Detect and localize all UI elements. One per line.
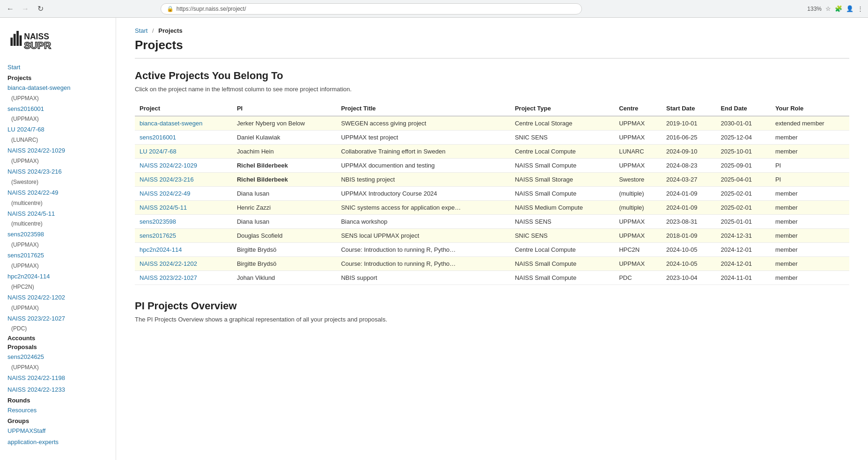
project-link[interactable]: bianca-dataset-swegen xyxy=(140,120,202,127)
sidebar-link-sens2023598[interactable]: sens2023598 xyxy=(4,229,112,241)
cell-project-title: Bianca workshop xyxy=(336,215,510,229)
cell-start-date: 2023-10-04 xyxy=(662,271,716,285)
cell-your-role: extended member xyxy=(771,116,849,131)
cell-project-title: UPPMAX documention and testing xyxy=(336,159,510,173)
cell-pi: Richel Bilderbeek xyxy=(232,173,336,187)
sidebar-link-naiss2024-1029[interactable]: NAISS 2024/22-1029 xyxy=(4,145,112,157)
svg-rect-3 xyxy=(20,36,22,46)
cell-project-type: SNIC SENS xyxy=(510,131,614,145)
sidebar-link-naiss2024-216[interactable]: NAISS 2024/23-216 xyxy=(4,166,112,178)
cell-your-role: member xyxy=(771,243,849,257)
sidebar-item-naiss2023-1027[interactable]: NAISS 2023/22-1027 (PDC) xyxy=(4,313,112,333)
sidebar-item-bianca-dataset[interactable]: bianca-dataset-swegen (UPPMAX) xyxy=(4,82,112,102)
bookmark-icon[interactable]: ☆ xyxy=(825,5,831,12)
svg-rect-0 xyxy=(10,37,13,46)
sidebar-link-naiss2024-1202[interactable]: NAISS 2024/22-1202 xyxy=(4,292,112,304)
cell-centre: UPPMAX xyxy=(614,116,662,131)
cell-project-type: SNIC SENS xyxy=(510,229,614,243)
cell-your-role: member xyxy=(771,201,849,215)
sidebar-link-sens2017625[interactable]: sens2017625 xyxy=(4,250,112,262)
cell-start-date: 2024-10-05 xyxy=(662,243,716,257)
project-link[interactable]: sens2023598 xyxy=(140,218,176,225)
sidebar-item-hpc2n2024[interactable]: hpc2n2024-114 (HPC2N) xyxy=(4,271,112,291)
cell-pi: Diana Iusan xyxy=(232,187,336,201)
cell-end-date: 2025-04-01 xyxy=(716,173,770,187)
menu-icon[interactable]: ⋮ xyxy=(857,5,863,12)
project-link[interactable]: sens2016001 xyxy=(140,134,176,141)
breadcrumb-current: Projects xyxy=(158,27,182,34)
sidebar-sub-naiss2023-1027: (PDC) xyxy=(4,324,112,333)
sidebar-item-start[interactable]: Start xyxy=(4,62,112,73)
sidebar-item-naiss2024-1202[interactable]: NAISS 2024/22-1202 (UPPMAX) xyxy=(4,292,112,312)
address-bar[interactable]: 🔒 https://supr.naiss.se/project/ xyxy=(161,3,582,15)
sidebar-link-lu2024[interactable]: LU 2024/7-68 xyxy=(4,124,112,136)
project-link[interactable]: NAISS 2024/22-1029 xyxy=(140,162,197,169)
table-row: sens2023598Diana IusanBianca workshopNAI… xyxy=(135,215,849,229)
sidebar-item-uppmaxstaff[interactable]: UPPMAXStaff xyxy=(4,425,112,437)
active-projects-title: Active Projects You Belong To xyxy=(135,70,849,82)
cell-pi: Henric Zazzi xyxy=(232,201,336,215)
sidebar-item-naiss2024-1233[interactable]: NAISS 2024/22-1233 xyxy=(4,384,112,396)
project-link[interactable]: NAISS 2024/22-1202 xyxy=(140,260,197,267)
sidebar-section-groups: Groups xyxy=(4,416,112,425)
cell-pi: Birgitte Brydsö xyxy=(232,257,336,271)
cell-project-type: NAISS SENS xyxy=(510,215,614,229)
sidebar-item-sens2023598[interactable]: sens2023598 (UPPMAX) xyxy=(4,229,112,249)
project-link[interactable]: sens2017625 xyxy=(140,232,176,239)
cell-start-date: 2016-06-25 xyxy=(662,131,716,145)
sidebar-link-naiss2024-5-11[interactable]: NAISS 2024/5-11 xyxy=(4,208,112,220)
extensions-icon[interactable]: 🧩 xyxy=(835,5,842,12)
project-link[interactable]: hpc2n2024-114 xyxy=(140,246,182,253)
url-text: https://supr.naiss.se/project/ xyxy=(177,6,246,12)
sidebar-item-sens2016001[interactable]: sens2016001 (UPPMAX) xyxy=(4,103,112,124)
col-header-start-date: Start Date xyxy=(662,101,716,116)
cell-project-title: NBIS support xyxy=(336,271,510,285)
cell-project-type: NAISS Small Compute xyxy=(510,257,614,271)
sidebar-link-hpc2n2024[interactable]: hpc2n2024-114 xyxy=(4,271,112,283)
forward-button[interactable]: → xyxy=(20,3,31,15)
project-link[interactable]: NAISS 2023/22-1027 xyxy=(140,274,197,281)
sidebar-item-naiss2024-49[interactable]: NAISS 2024/22-49 (multicentre) xyxy=(4,187,112,207)
sidebar-item-naiss2024-1198[interactable]: NAISS 2024/22-1198 xyxy=(4,372,112,384)
sidebar-item-naiss2024-216[interactable]: NAISS 2024/23-216 (Swestore) xyxy=(4,166,112,186)
sidebar-item-sens2017625[interactable]: sens2017625 (UPPMAX) xyxy=(4,250,112,270)
sidebar-item-lu2024[interactable]: LU 2024/7-68 (LUNARC) xyxy=(4,124,112,144)
project-link[interactable]: NAISS 2024/5-11 xyxy=(140,204,187,211)
sidebar-item-naiss2024-1029[interactable]: NAISS 2024/22-1029 (UPPMAX) xyxy=(4,145,112,165)
table-header-row: Project PI Project Title Project Type Ce… xyxy=(135,101,849,116)
col-header-project-type: Project Type xyxy=(510,101,614,116)
sidebar-navigation: Start Projects bianca-dataset-swegen (UP… xyxy=(0,62,116,448)
sidebar-sub-naiss2024-1029: (UPPMAX) xyxy=(4,157,112,165)
browser-toolbar: 133% ☆ 🧩 👤 ⋮ xyxy=(807,5,863,12)
sidebar-item-application-experts[interactable]: application-experts xyxy=(4,437,112,448)
cell-project-title: NBIS testing project xyxy=(336,173,510,187)
project-link[interactable]: NAISS 2024/22-49 xyxy=(140,190,190,197)
sidebar-item-sens2024625[interactable]: sens2024625 (UPPMAX) xyxy=(4,351,112,372)
cell-start-date: 2024-09-10 xyxy=(662,145,716,159)
page-title: Projects xyxy=(135,38,849,58)
profile-icon[interactable]: 👤 xyxy=(846,5,853,12)
sidebar-link-sens2016001[interactable]: sens2016001 xyxy=(4,103,112,115)
cell-end-date: 2024-12-31 xyxy=(716,229,770,243)
svg-text:SUPR: SUPR xyxy=(24,40,51,51)
table-row: NAISS 2024/22-1202Birgitte BrydsöCourse:… xyxy=(135,257,849,271)
cell-start-date: 2024-01-09 xyxy=(662,187,716,201)
cell-pi: Richel Bilderbeek xyxy=(232,159,336,173)
cell-your-role: member xyxy=(771,187,849,201)
table-row: bianca-dataset-swegenJerker Nyberg von B… xyxy=(135,116,849,131)
sidebar-item-naiss2024-5-11[interactable]: NAISS 2024/5-11 (multicentre) xyxy=(4,208,112,228)
breadcrumb-start[interactable]: Start xyxy=(135,27,147,34)
sidebar-link-naiss2023-1027[interactable]: NAISS 2023/22-1027 xyxy=(4,313,112,325)
sidebar-link-bianca-dataset[interactable]: bianca-dataset-swegen xyxy=(4,82,112,94)
cell-centre: UPPMAX xyxy=(614,131,662,145)
back-button[interactable]: ← xyxy=(5,3,16,15)
reload-button[interactable]: ↻ xyxy=(35,3,46,15)
sidebar-link-sens2024625[interactable]: sens2024625 xyxy=(4,351,112,363)
cell-centre: UPPMAX xyxy=(614,159,662,173)
sidebar-link-naiss2024-49[interactable]: NAISS 2024/22-49 xyxy=(4,187,112,199)
cell-start-date: 2024-10-05 xyxy=(662,257,716,271)
cell-project-type: Centre Local Storage xyxy=(510,116,614,131)
project-link[interactable]: NAISS 2024/23-216 xyxy=(140,176,194,183)
sidebar-item-resources[interactable]: Resources xyxy=(4,405,112,416)
project-link[interactable]: LU 2024/7-68 xyxy=(140,148,177,155)
